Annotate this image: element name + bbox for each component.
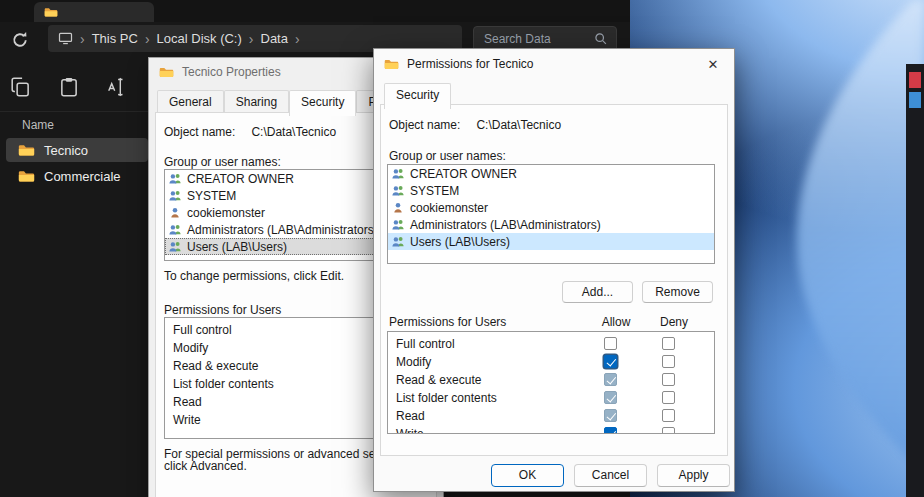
object-name-value: C:\Data\Tecnico <box>251 125 336 139</box>
permission-label: Read <box>388 409 425 423</box>
copy-icon[interactable] <box>10 76 32 98</box>
blue-badge-icon <box>909 92 921 108</box>
object-name-label: Object name: <box>164 125 235 139</box>
this-pc-icon[interactable] <box>58 31 73 46</box>
group-icon <box>168 172 182 186</box>
folder-icon <box>384 58 399 70</box>
permissions-label: Permissions for Users <box>389 315 506 329</box>
red-badge-icon <box>909 72 921 88</box>
edit-hint: To change permissions, click Edit. <box>164 269 344 283</box>
allow-checkbox[interactable] <box>604 337 617 350</box>
permission-row: Read & execute <box>388 371 714 389</box>
background-window-edge <box>906 64 924 497</box>
advanced-hint-line2: click Advanced. <box>164 459 247 473</box>
permissions-label: Permissions for Users <box>164 303 281 317</box>
explorer-tab-strip <box>0 0 630 22</box>
object-name-value: C:\Data\Tecnico <box>476 118 561 132</box>
allow-column-header: Allow <box>596 315 636 329</box>
ok-button[interactable]: OK <box>491 464 564 487</box>
group-icon <box>391 235 405 249</box>
user-icon <box>391 201 405 215</box>
group-item-selected[interactable]: Users (LAB\Users) <box>388 233 714 250</box>
file-row-tecnico[interactable]: Tecnico <box>6 138 148 162</box>
deny-checkbox[interactable] <box>662 409 675 422</box>
folder-name: Tecnico <box>44 143 88 158</box>
deny-column-header: Deny <box>654 315 694 329</box>
permission-row: Read <box>388 407 714 425</box>
folder-name: Commerciale <box>44 169 121 184</box>
group-name: Administrators (LAB\Administrators) <box>410 218 601 232</box>
group-icon <box>168 240 182 254</box>
deny-checkbox[interactable] <box>662 427 675 434</box>
permission-label: Full control <box>388 337 455 351</box>
cancel-button[interactable]: Cancel <box>574 464 647 487</box>
group-name: Administrators (LAB\Administrators) <box>187 223 378 237</box>
permissions-checkbox-list: Full control Modify Read & execute List … <box>387 331 715 434</box>
paste-icon[interactable] <box>58 76 80 98</box>
permission-label: Write <box>388 427 424 434</box>
allow-checkbox[interactable] <box>604 391 617 404</box>
allow-checkbox[interactable] <box>604 409 617 422</box>
group-item[interactable]: Administrators (LAB\Administrators) <box>388 216 714 233</box>
group-icon <box>168 189 182 203</box>
group-name: SYSTEM <box>187 189 236 203</box>
refresh-icon[interactable] <box>10 29 30 49</box>
group-name: CREATOR OWNER <box>187 172 294 186</box>
group-item[interactable]: cookiemonster <box>388 199 714 216</box>
tab-security[interactable]: Security <box>289 90 356 116</box>
remove-button[interactable]: Remove <box>642 281 713 303</box>
explorer-tab[interactable] <box>34 2 154 22</box>
group-item[interactable]: SYSTEM <box>388 182 714 199</box>
permission-row-clipped: Write <box>388 425 714 434</box>
group-name: Users (LAB\Users) <box>410 235 510 249</box>
permissions-tabs: Security <box>384 83 451 107</box>
object-name-label: Object name: <box>389 118 460 132</box>
deny-checkbox[interactable] <box>662 373 675 386</box>
screen: › This PC › Local Disk (C:) › Data › Sea… <box>0 0 924 497</box>
chevron-right-icon: › <box>295 32 300 46</box>
permission-row: Full control <box>388 335 714 353</box>
dialog-title: Permissions for Tecnico <box>407 57 534 71</box>
breadcrumb-local-disk[interactable]: Local Disk (C:) <box>157 31 242 46</box>
permission-row: Modify <box>388 353 714 371</box>
column-header-name[interactable]: Name <box>22 118 54 132</box>
user-icon <box>168 206 182 220</box>
folder-icon <box>44 6 58 18</box>
deny-checkbox[interactable] <box>662 391 675 404</box>
allow-checkbox[interactable] <box>604 355 617 368</box>
folder-icon <box>159 66 174 78</box>
group-name: SYSTEM <box>410 184 459 198</box>
permission-label: Read & execute <box>388 373 481 387</box>
group-icon <box>168 223 182 237</box>
apply-button[interactable]: Apply <box>657 464 730 487</box>
tab-sharing[interactable]: Sharing <box>224 90 289 114</box>
close-icon[interactable]: ✕ <box>692 49 734 79</box>
group-list: CREATOR OWNER SYSTEM cookiemonster Admin… <box>387 164 715 264</box>
group-icon <box>391 167 405 181</box>
tab-general[interactable]: General <box>157 90 224 114</box>
file-row-commerciale[interactable]: Commerciale <box>6 164 148 188</box>
deny-checkbox[interactable] <box>662 337 675 350</box>
tab-security[interactable]: Security <box>384 83 451 109</box>
group-item[interactable]: CREATOR OWNER <box>388 165 714 182</box>
add-button[interactable]: Add... <box>562 281 633 303</box>
breadcrumb-data[interactable]: Data <box>261 31 288 46</box>
permission-label: List folder contents <box>388 391 497 405</box>
breadcrumb-this-pc[interactable]: This PC <box>92 31 138 46</box>
deny-checkbox[interactable] <box>662 355 675 368</box>
folder-icon <box>18 169 35 183</box>
permissions-dialog: Permissions for Tecnico ✕ Security Objec… <box>373 48 735 492</box>
group-list-label: Group or user names: <box>389 149 506 163</box>
allow-checkbox[interactable] <box>604 427 617 434</box>
group-name: cookiemonster <box>410 201 488 215</box>
group-name: Users (LAB\Users) <box>187 240 287 254</box>
permission-row: List folder contents <box>388 389 714 407</box>
allow-checkbox[interactable] <box>604 373 617 386</box>
chevron-right-icon: › <box>80 32 85 46</box>
group-name: cookiemonster <box>187 206 265 220</box>
group-name: CREATOR OWNER <box>410 167 517 181</box>
group-list-label: Group or user names: <box>164 155 281 169</box>
rename-icon[interactable] <box>106 76 128 98</box>
group-icon <box>391 218 405 232</box>
group-icon <box>391 184 405 198</box>
